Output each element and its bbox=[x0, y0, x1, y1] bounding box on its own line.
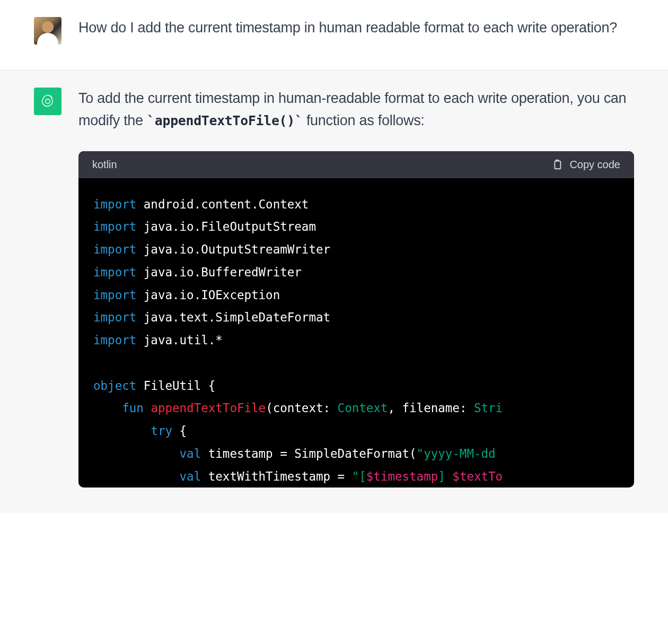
assistant-intro: To add the current timestamp in human-re… bbox=[78, 88, 634, 132]
copy-code-button[interactable]: Copy code bbox=[551, 159, 620, 171]
code-body: import android.content.Context import ja… bbox=[78, 178, 634, 488]
code-header: kotlin Copy code bbox=[78, 151, 634, 178]
user-text: How do I add the current timestamp in hu… bbox=[78, 17, 634, 39]
code-block: kotlin Copy code import android.content.… bbox=[78, 151, 634, 488]
inline-code: `appendTextToFile()` bbox=[147, 113, 303, 128]
openai-logo-icon bbox=[39, 92, 57, 110]
svg-rect-1 bbox=[555, 161, 561, 169]
assistant-intro-after: function as follows: bbox=[303, 112, 425, 128]
user-content: How do I add the current timestamp in hu… bbox=[78, 17, 634, 45]
code-content[interactable]: import android.content.Context import ja… bbox=[93, 193, 619, 488]
assistant-content: To add the current timestamp in human-re… bbox=[78, 88, 634, 488]
avatar-column bbox=[34, 88, 61, 488]
code-language-label: kotlin bbox=[92, 159, 117, 171]
avatar-column bbox=[34, 17, 61, 45]
copy-code-label: Copy code bbox=[569, 159, 620, 171]
user-message-row: How do I add the current timestamp in hu… bbox=[0, 0, 668, 71]
svg-point-0 bbox=[46, 99, 50, 104]
clipboard-icon bbox=[551, 159, 563, 170]
assistant-message-row: To add the current timestamp in human-re… bbox=[0, 71, 668, 513]
assistant-avatar bbox=[34, 88, 61, 115]
user-avatar bbox=[34, 17, 61, 45]
